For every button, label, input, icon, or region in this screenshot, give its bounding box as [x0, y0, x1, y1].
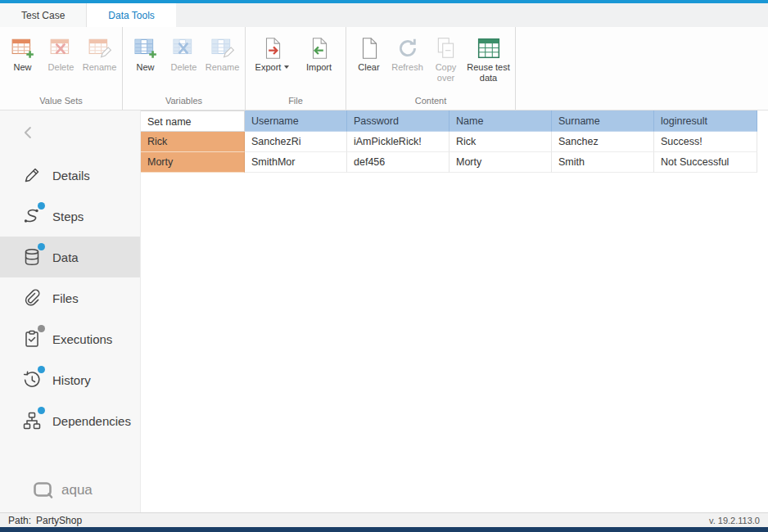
path-status: Path: PartyShop: [8, 515, 82, 526]
table-orange-rename-icon: [88, 34, 112, 62]
table-cell[interactable]: Not Successful: [654, 152, 757, 173]
ribbon-tab-bar: Test Case Data Tools: [0, 3, 768, 27]
ribbon-toolbar: New Delete: [0, 27, 768, 110]
button-label: New: [136, 62, 154, 73]
import-button[interactable]: Import: [296, 29, 342, 73]
aqua-logo-icon: [33, 481, 54, 499]
notification-dot: [38, 243, 45, 250]
table-cell[interactable]: Rick: [450, 132, 552, 152]
sidebar-item-executions[interactable]: Executions: [0, 318, 140, 359]
value-sets-delete-button[interactable]: Delete: [42, 29, 80, 73]
notification-dot: [38, 407, 45, 414]
set-name-cell[interactable]: Morty: [141, 152, 245, 173]
table-body: Rick SanchezRi iAmPickleRick! Rick Sanch…: [141, 132, 768, 173]
table-cell[interactable]: SanchezRi: [245, 132, 347, 152]
column-header-loginresult[interactable]: loginresult: [654, 110, 757, 132]
variables-rename-button[interactable]: Rename: [203, 29, 242, 73]
table-cell[interactable]: Sanchez: [552, 132, 654, 152]
sidebar-item-history[interactable]: History: [0, 359, 140, 400]
column-header-password[interactable]: Password: [347, 110, 450, 132]
sidebar-item-dependencies[interactable]: Dependencies: [0, 400, 140, 441]
version-label: v. 19.2.113.0: [709, 516, 760, 525]
content-area: Details Steps: [0, 110, 768, 512]
table-row: Morty SmithMor def456 Morty Smith Not Su…: [141, 152, 768, 173]
value-sets-buttons: New Delete: [3, 29, 119, 95]
value-sets-rename-button[interactable]: Rename: [80, 29, 119, 73]
steps-icon: [22, 206, 42, 226]
status-bar: Path: PartyShop v. 19.2.113.0: [0, 512, 768, 527]
button-label: New: [13, 62, 31, 73]
pencil-icon: [22, 165, 42, 185]
group-label-value-sets: Value Sets: [3, 95, 119, 110]
tab-test-case[interactable]: Test Case: [0, 3, 87, 27]
button-label: Import: [306, 62, 332, 73]
content-buttons: Clear Refresh: [350, 29, 512, 95]
table-cell[interactable]: Smith: [552, 152, 654, 173]
variables-buttons: New Delete: [126, 29, 242, 95]
table-orange-delete-icon: [49, 34, 74, 62]
sidebar-item-files[interactable]: Files: [0, 277, 140, 318]
app-window: Test Case Data Tools New: [0, 0, 768, 532]
sidebar-item-label: Files: [52, 291, 79, 305]
clear-document-icon: [357, 34, 382, 62]
column-header-set-name[interactable]: Set name: [141, 110, 245, 132]
variables-delete-button[interactable]: Delete: [165, 29, 203, 73]
group-label-content: Content: [350, 95, 512, 110]
tab-data-tools[interactable]: Data Tools: [87, 3, 175, 27]
sidebar-item-label: Executions: [52, 332, 112, 346]
sidebar-item-label: History: [52, 373, 91, 387]
column-header-surname[interactable]: Surname: [552, 110, 654, 132]
refresh-button[interactable]: Refresh: [388, 29, 427, 73]
button-label: Delete: [171, 62, 197, 73]
sidebar-item-data[interactable]: Data: [0, 237, 140, 277]
button-label: Copy over: [427, 62, 465, 83]
sidebar-item-label: Steps: [52, 210, 84, 223]
button-label: Delete: [48, 62, 75, 73]
reuse-test-data-button[interactable]: Reuse test data: [465, 29, 512, 83]
variables-new-button[interactable]: New: [126, 29, 165, 73]
button-label: Rename: [206, 62, 240, 73]
button-label: Rename: [83, 62, 117, 73]
notification-dot: [38, 366, 45, 373]
column-header-username[interactable]: Username: [245, 110, 347, 132]
aqua-logo: aqua: [33, 481, 93, 499]
copy-over-button[interactable]: Copy over: [427, 29, 465, 83]
button-label: Export: [255, 62, 282, 73]
ribbon-group-content: Clear Refresh: [346, 27, 516, 110]
dropdown-caret-icon: [284, 65, 289, 69]
clear-button[interactable]: Clear: [350, 29, 388, 73]
sidebar-item-details[interactable]: Details: [0, 155, 140, 196]
button-label: Refresh: [391, 62, 423, 73]
table-row: Rick SanchezRi iAmPickleRick! Rick Sanch…: [141, 132, 768, 152]
table-cell[interactable]: def456: [347, 152, 450, 173]
sidebar-item-steps[interactable]: Steps: [0, 196, 140, 237]
export-document-icon: [260, 34, 285, 62]
group-label-file: File: [249, 95, 342, 110]
sidebar-item-label: Dependencies: [52, 414, 131, 428]
notification-dot: [38, 202, 45, 210]
button-label: Reuse test data: [465, 62, 512, 83]
paperclip-icon: [22, 288, 42, 308]
set-name-cell[interactable]: Rick: [141, 132, 245, 152]
bottom-navy-strip: [0, 527, 768, 532]
value-sets-new-button[interactable]: New: [3, 29, 42, 73]
chevron-left-icon: [21, 125, 36, 140]
copy-documents-icon: [434, 34, 459, 62]
table-blue-add-icon: [133, 34, 158, 62]
table-blue-delete-icon: [172, 34, 197, 62]
sidebar-item-label: Details: [52, 169, 90, 183]
refresh-arrows-icon: [395, 34, 420, 62]
column-header-name[interactable]: Name: [450, 110, 552, 132]
ribbon-group-variables: New Delete: [123, 27, 246, 110]
table-cell[interactable]: Morty: [450, 152, 552, 173]
table-green-icon: [477, 34, 501, 62]
table-cell[interactable]: SmithMor: [245, 152, 347, 173]
data-table: Set name Username Password Name Surname …: [141, 110, 768, 173]
ribbon-group-value-sets: New Delete: [0, 27, 123, 110]
hierarchy-icon: [22, 411, 42, 431]
export-button[interactable]: Export: [249, 29, 296, 73]
sidebar-collapse-button[interactable]: [0, 110, 140, 155]
path-value: PartyShop: [36, 515, 82, 526]
table-cell[interactable]: iAmPickleRick!: [347, 132, 450, 152]
table-cell[interactable]: Success!: [654, 132, 757, 152]
